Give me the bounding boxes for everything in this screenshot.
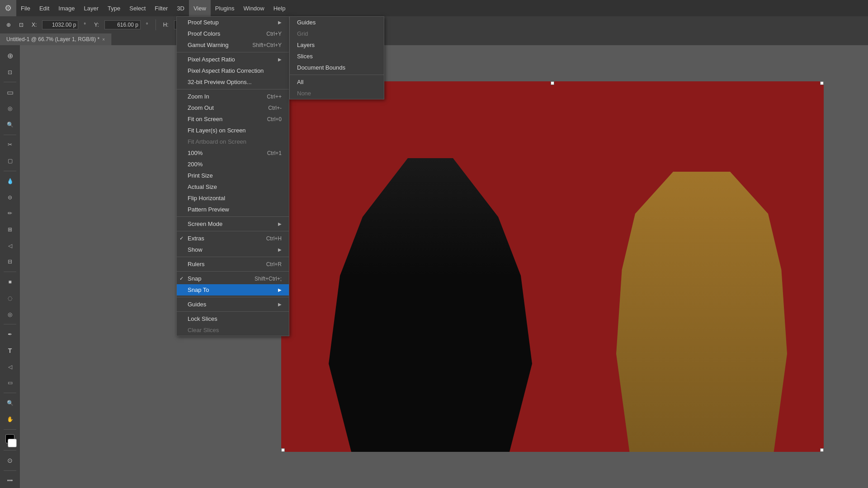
menu-window[interactable]: Window (239, 0, 269, 16)
snapto-all[interactable]: All (290, 76, 384, 88)
gamut-warning-label: Gamut Warning (188, 42, 229, 48)
menu-pixel-aspect-ratio[interactable]: Pixel Aspect Ratio ▶ (177, 54, 289, 65)
menu-select[interactable]: Select (125, 0, 150, 16)
tool-frame[interactable]: ▢ (3, 154, 17, 168)
snapto-grid[interactable]: Grid (290, 28, 384, 39)
menu-rulers[interactable]: Rulers Ctrl+R (177, 258, 289, 270)
menu-lock-slices[interactable]: Lock Slices (177, 313, 289, 324)
menu-edit[interactable]: Edit (35, 0, 54, 16)
tool-lasso[interactable]: ◎ (3, 101, 17, 116)
menu-fit-artboard[interactable]: Fit Artboard on Screen (177, 136, 289, 147)
menu-guides[interactable]: Guides ▶ (177, 299, 289, 310)
200pct-label: 200% (188, 161, 203, 168)
menu-actual-size[interactable]: Actual Size (177, 181, 289, 192)
tool-zoom[interactable]: 🔍 (3, 396, 17, 410)
tool-move[interactable]: ⊕ (3, 49, 17, 63)
menu-32bit-preview[interactable]: 32-bit Preview Options... (177, 76, 289, 88)
background-color[interactable] (8, 439, 17, 448)
tool-blur[interactable]: ◌ (3, 291, 17, 305)
snapto-none-label: None (297, 90, 311, 97)
tool-shape[interactable]: ▭ (3, 376, 17, 390)
menu-show[interactable]: Show ▶ (177, 244, 289, 255)
snap-to-submenu: Guides Grid Layers Slices Document Bound… (289, 16, 384, 99)
menu-flip-horizontal[interactable]: Flip Horizontal (177, 192, 289, 204)
snapto-grid-label: Grid (297, 30, 308, 37)
tool-artboard[interactable]: ⊡ (3, 65, 17, 80)
tool-history[interactable]: ◁ (3, 239, 17, 253)
tool-heal[interactable]: ⊝ (3, 190, 17, 205)
guides-arrow: ▶ (278, 302, 282, 307)
menu-snap[interactable]: ✓ Snap Shift+Ctrl+; (177, 273, 289, 284)
tool-quick-select[interactable]: 🔍 (3, 117, 17, 132)
toolbar-icon-move: ⊕ (4, 21, 14, 29)
fit-layers-label: Fit Layer(s) on Screen (188, 127, 246, 134)
menu-pattern-preview[interactable]: Pattern Preview (177, 204, 289, 215)
menu-fit-on-screen[interactable]: Fit on Screen Ctrl+0 (177, 113, 289, 125)
menu-fit-layers[interactable]: Fit Layer(s) on Screen (177, 125, 289, 136)
tool-pen[interactable]: ✒ (3, 327, 17, 342)
document-tab[interactable]: Untitled-1 @ 66.7% (Layer 1, RGB/8) * × (0, 33, 112, 45)
menu-clear-slices[interactable]: Clear Slices (177, 324, 289, 336)
handle-br (820, 448, 824, 452)
menu-snap-to[interactable]: Snap To ▶ (177, 284, 289, 296)
toolbar-x-value[interactable]: 1032.00 p (42, 20, 78, 29)
tool-crop[interactable]: ✂ (3, 138, 17, 152)
tab-close[interactable]: × (102, 37, 105, 42)
snapto-guides[interactable]: Guides (290, 17, 384, 28)
tool-brush[interactable]: ✏ (3, 206, 17, 221)
menu-file[interactable]: File (16, 0, 35, 16)
divider-5 (177, 257, 289, 257)
menu-view[interactable]: View (189, 0, 211, 16)
snapto-layers[interactable]: Layers (290, 39, 384, 51)
menu-3d[interactable]: 3D (172, 0, 189, 16)
more-tools[interactable]: ••• (3, 474, 17, 488)
menu-filter[interactable]: Filter (150, 0, 172, 16)
divider-4 (177, 231, 289, 231)
snap-shortcut: Shift+Ctrl+; (255, 276, 282, 282)
tool-type[interactable]: T (3, 343, 17, 358)
options-bar: ⊕ ⊡ X: 1032.00 p ° Y: 616.00 p ° H: 0.00… (0, 16, 868, 33)
menu-zoom-out[interactable]: Zoom Out Ctrl+- (177, 102, 289, 113)
menu-proof-colors[interactable]: Proof Colors Ctrl+Y (177, 28, 289, 39)
gamut-warning-shortcut: Shift+Ctrl+Y (252, 42, 282, 48)
quick-mask[interactable]: ⊙ (3, 453, 17, 468)
snapto-document-bounds[interactable]: Document Bounds (290, 62, 384, 73)
panther-right (607, 172, 797, 452)
tool-marquee[interactable]: ▭ (3, 85, 17, 99)
tool-gradient[interactable]: ■ (3, 275, 17, 289)
menu-extras[interactable]: ✓ Extras Ctrl+H (177, 233, 289, 244)
tool-clone[interactable]: ⊞ (3, 222, 17, 237)
menu-layer[interactable]: Layer (80, 0, 104, 16)
menu-pixel-aspect-correction[interactable]: Pixel Aspect Ratio Correction (177, 65, 289, 76)
snapto-slices[interactable]: Slices (290, 51, 384, 62)
tool-dodge[interactable]: ◎ (3, 307, 17, 322)
snapto-none[interactable]: None (290, 88, 384, 99)
pixel-aspect-ratio-label: Pixel Aspect Ratio (188, 56, 235, 63)
menu-screen-mode[interactable]: Screen Mode ▶ (177, 218, 289, 230)
tool-path-select[interactable]: ◁ (3, 360, 17, 374)
menu-ps[interactable]: ⚙ (0, 0, 16, 16)
menu-help[interactable]: Help (269, 0, 290, 16)
menu-100pct[interactable]: 100% Ctrl+1 (177, 147, 289, 159)
tab-bar: Untitled-1 @ 66.7% (Layer 1, RGB/8) * × (0, 33, 868, 45)
menu-image[interactable]: Image (54, 0, 79, 16)
rulers-shortcut: Ctrl+R (266, 261, 282, 267)
snap-check: ✓ (179, 276, 184, 282)
snap-label: Snap (188, 275, 201, 282)
menu-zoom-in[interactable]: Zoom In Ctrl++ (177, 91, 289, 102)
menu-200pct[interactable]: 200% (177, 159, 289, 170)
tool-eyedropper[interactable]: 💧 (3, 174, 17, 188)
toolbar-y-value[interactable]: 616.00 p (104, 20, 141, 29)
pixel-aspect-ratio-arrow: ▶ (278, 57, 282, 62)
clear-slices-label: Clear Slices (188, 327, 219, 333)
menu-gamut-warning[interactable]: Gamut Warning Shift+Ctrl+Y (177, 39, 289, 51)
fit-on-screen-shortcut: Ctrl+0 (267, 116, 282, 122)
menu-proof-setup[interactable]: Proof Setup ▶ (177, 17, 289, 28)
menu-print-size[interactable]: Print Size (177, 170, 289, 181)
extras-label: Extras (188, 235, 204, 242)
menu-type[interactable]: Type (103, 0, 125, 16)
extras-shortcut: Ctrl+H (266, 235, 282, 242)
tool-hand[interactable]: ✋ (3, 412, 17, 427)
tool-eraser[interactable]: ⊟ (3, 255, 17, 269)
menu-plugins[interactable]: Plugins (211, 0, 239, 16)
